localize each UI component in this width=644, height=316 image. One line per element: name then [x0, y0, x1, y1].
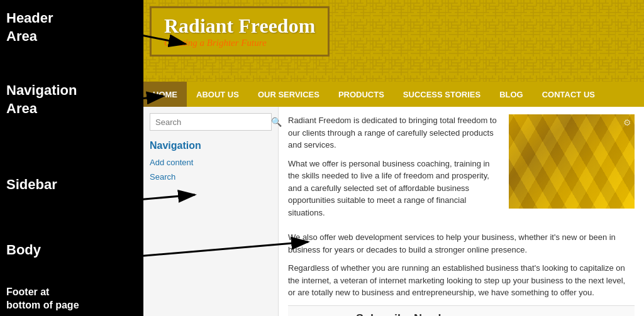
nav-about[interactable]: ABOUT US	[187, 82, 248, 107]
header-annotation-label: HeaderArea	[6, 9, 53, 45]
body-annotation-label: Body	[6, 242, 41, 258]
header-area: Radiant Freedom Creating a Brighter Futu…	[143, 0, 644, 82]
search-box: 🔍	[150, 113, 272, 131]
sidebar-nav-title: Navigation	[150, 140, 272, 151]
nav-blog[interactable]: BLOG	[490, 82, 533, 107]
sidebar-add-content-link[interactable]: Add content	[150, 158, 272, 167]
gear-icon: ⚙	[623, 117, 631, 128]
content-header: Radiant Freedom is dedicated to bringing…	[288, 114, 635, 225]
content-paragraph-4: Regardless of whether you are running an…	[288, 262, 635, 299]
subscribe-section: ◆◆◆◆ Subscribe Now! Enter your email add…	[288, 305, 635, 317]
content-paragraph-1: Radiant Freedom is dedicated to bringing…	[288, 114, 499, 151]
main-area: 🔍 Navigation Add content Search Radiant …	[143, 107, 644, 316]
logo-title: Radiant Freedom	[164, 14, 315, 38]
content-image: ⚙	[509, 114, 635, 209]
nav-success[interactable]: SUCCESS STORIES	[394, 82, 490, 107]
golden-cubes-decoration	[509, 114, 635, 209]
nav-products[interactable]: PRODUCTS	[329, 82, 394, 107]
navbar: HOME ABOUT US OUR SERVICES PRODUCTS SUCC…	[143, 82, 644, 107]
sidebar-search-link[interactable]: Search	[150, 172, 272, 182]
nav-contact[interactable]: CONTACT US	[533, 82, 604, 107]
footer-annotation-label: Footer atbottom of page	[6, 286, 79, 312]
subscribe-title: Subscribe Now!	[356, 312, 481, 317]
content-text-block: Radiant Freedom is dedicated to bringing…	[288, 114, 499, 225]
nav-services[interactable]: OUR SERVICES	[248, 82, 329, 107]
content-area: Radiant Freedom is dedicated to bringing…	[279, 107, 644, 316]
nav-home[interactable]: HOME	[143, 82, 187, 107]
nav-annotation-label: NavigationArea	[6, 82, 77, 117]
search-input[interactable]	[150, 114, 266, 130]
content-paragraph-2: What we offer is personal business coach…	[288, 158, 499, 219]
sidebar-annotation-label: Sidebar	[6, 176, 57, 194]
logo-subtitle: Creating a Brighter Future	[164, 38, 315, 48]
content-paragraph-3: We also offer web development services t…	[288, 231, 635, 256]
annotation-panel: HeaderArea NavigationArea Sidebar Body F…	[0, 0, 143, 316]
sidebar: 🔍 Navigation Add content Search	[143, 107, 279, 316]
logo-box: Radiant Freedom Creating a Brighter Futu…	[150, 6, 330, 57]
